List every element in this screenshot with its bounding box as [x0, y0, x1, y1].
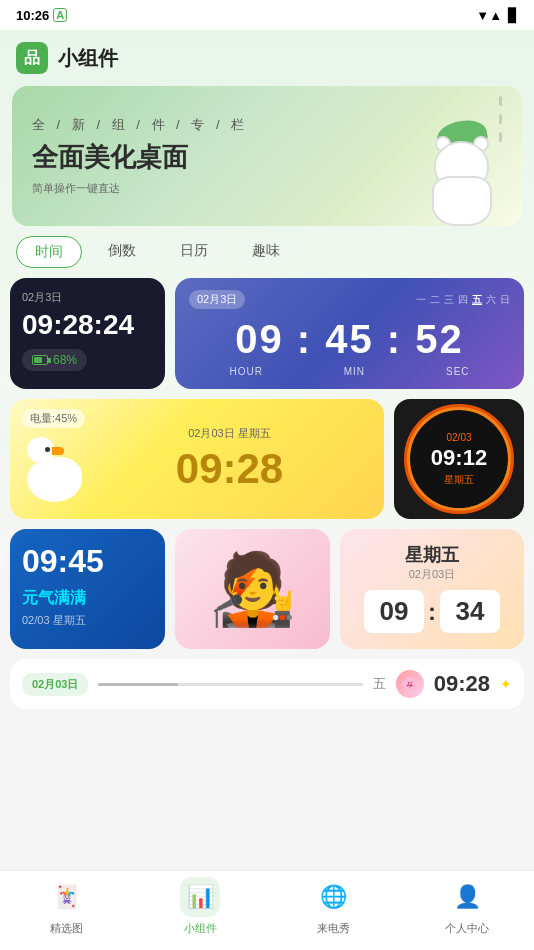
- blue-date-badge: 02月3日: [189, 290, 245, 309]
- battery-icon-small: [32, 355, 48, 365]
- banner[interactable]: 全 / 新 / 组 / 件 / 专 / 栏 全面美化桌面 简单操作一键直达: [12, 86, 522, 226]
- nav-label-featured: 精选图: [50, 921, 83, 936]
- yellow-right: 02月03日 星期五 09:28: [87, 426, 372, 493]
- weekdays-row: 一 二 三 四 五 六 日: [416, 293, 510, 307]
- card-day: 星期五: [354, 543, 510, 567]
- nav-label-profile: 个人中心: [445, 921, 489, 936]
- widget-blue-small[interactable]: 09:45 元气满满 02/03 星期五: [10, 529, 165, 649]
- round-clock-ring: [407, 407, 511, 511]
- strip-star: ✦: [500, 676, 512, 692]
- banner-bear: [412, 106, 512, 226]
- status-right: ▼▲ ▊: [476, 8, 518, 23]
- wd-wed: 三: [444, 293, 454, 307]
- wd-fri: 五: [472, 293, 482, 307]
- wd-thu: 四: [458, 293, 468, 307]
- duck-body: [27, 457, 82, 502]
- card-hour-box: 09: [364, 590, 424, 633]
- label-sec: SEC: [446, 366, 470, 377]
- nav-item-widgets[interactable]: 📊 小组件: [134, 877, 268, 936]
- yellow-time: 09:28: [176, 445, 283, 493]
- blue-small-date: 02/03 星期五: [22, 613, 153, 628]
- widget-blue-clock[interactable]: 02月3日 一 二 三 四 五 六 日 09 : 45 : 52 HOUR MI…: [175, 278, 524, 389]
- dark-battery-badge: 68%: [22, 349, 87, 371]
- nav-item-featured[interactable]: 🃏 精选图: [0, 877, 134, 936]
- wd-sat: 六: [486, 293, 496, 307]
- card-colon: :: [428, 598, 436, 626]
- wifi-icon: ▼▲: [476, 8, 502, 23]
- nav-icon-profile: 👤: [447, 877, 487, 917]
- widgets-scroll[interactable]: 02月3日 09:28:24 68% 02月3日 一 二: [0, 278, 534, 870]
- tab-calendar[interactable]: 日历: [162, 236, 226, 268]
- blue-small-time: 09:45: [22, 543, 153, 580]
- duck-beak: [52, 447, 64, 455]
- duck-figure: [22, 432, 87, 502]
- sticker-emoji: 🧑‍🎤: [193, 529, 313, 649]
- widget-row-2: 电量:45% 02月03日 星期五 09:28 02/03: [10, 399, 524, 519]
- label-hour: HOUR: [229, 366, 262, 377]
- blue-digital-time: 09 : 45 : 52: [189, 317, 510, 362]
- battery-tip: [48, 358, 51, 363]
- duck-eye: [45, 447, 50, 452]
- header: 品 小组件: [0, 30, 534, 82]
- status-time: 10:26: [16, 8, 49, 23]
- label-min: MIN: [344, 366, 365, 377]
- wd-mon: 一: [416, 293, 426, 307]
- widget-round-clock[interactable]: 02/03 09:12 星期五: [394, 399, 524, 519]
- nav-label-showcase: 来电秀: [317, 921, 350, 936]
- nav-item-showcase[interactable]: 🌐 来电秀: [267, 877, 401, 936]
- tab-countdown[interactable]: 倒数: [90, 236, 154, 268]
- tab-bar: 时间 倒数 日历 趣味: [0, 236, 534, 268]
- card-date: 02月03日: [354, 567, 510, 582]
- status-a-icon: A: [53, 8, 67, 22]
- bear-body: [427, 136, 497, 226]
- header-title: 小组件: [58, 45, 118, 72]
- strip-date-badge: 02月03日: [22, 673, 88, 696]
- tab-fun[interactable]: 趣味: [234, 236, 298, 268]
- status-left: 10:26 A: [16, 8, 67, 23]
- widget-row-4: 02月03日 五 🌸 09:28 ✦: [10, 659, 524, 709]
- nav-label-widgets: 小组件: [184, 921, 217, 936]
- battery-label: 电量:45%: [22, 409, 85, 428]
- strip-circle: 🌸: [396, 670, 424, 698]
- blue-time-labels: HOUR MIN SEC: [189, 366, 510, 377]
- card-time-row: 09 : 34: [354, 590, 510, 633]
- blue-clock-header: 02月3日 一 二 三 四 五 六 日: [189, 290, 510, 309]
- battery-percent: 68%: [53, 353, 77, 367]
- widget-row-1: 02月3日 09:28:24 68% 02月3日 一 二: [10, 278, 524, 389]
- bottom-nav: 🃏 精选图 📊 小组件 🌐 来电秀 👤 个人中心: [0, 870, 534, 950]
- yellow-datetime: 02月03日 星期五: [188, 426, 271, 441]
- strip-line: [98, 683, 362, 686]
- widget-date-strip[interactable]: 02月03日 五 🌸 09:28 ✦: [10, 659, 524, 709]
- app-container: 品 小组件 全 / 新 / 组 / 件 / 专 / 栏 全面美化桌面 简单操作一…: [0, 30, 534, 950]
- widget-row-3: 09:45 元气满满 02/03 星期五 🧑‍🎤 星期五 02月03日 09 :: [10, 529, 524, 649]
- widget-sticker[interactable]: 🧑‍🎤: [175, 529, 330, 649]
- round-clock-inner: 02/03 09:12 星期五: [404, 404, 514, 514]
- widget-dark-clock[interactable]: 02月3日 09:28:24 68%: [10, 278, 165, 389]
- nav-icon-widgets: 📊: [180, 877, 220, 917]
- dark-date: 02月3日: [22, 290, 153, 305]
- wd-sun: 日: [500, 293, 510, 307]
- nav-icon-featured: 🃏: [47, 877, 87, 917]
- wd-tue: 二: [430, 293, 440, 307]
- nav-item-profile[interactable]: 👤 个人中心: [401, 877, 535, 936]
- bear-body-main: [432, 176, 492, 226]
- card-minute-box: 34: [440, 590, 500, 633]
- rain-drops: [499, 96, 502, 142]
- strip-weekday: 五: [373, 675, 386, 693]
- status-bar: 10:26 A ▼▲ ▊: [0, 0, 534, 30]
- header-logo: 品: [16, 42, 48, 74]
- blue-energy: 元气满满: [22, 588, 153, 609]
- strip-time: 09:28: [434, 671, 490, 697]
- battery-icon: ▊: [508, 8, 518, 23]
- dark-time: 09:28:24: [22, 309, 153, 341]
- duck-head: [27, 437, 55, 463]
- widget-yellow-duck[interactable]: 电量:45% 02月03日 星期五 09:28: [10, 399, 384, 519]
- battery-fill: [34, 357, 42, 363]
- nav-icon-showcase: 🌐: [314, 877, 354, 917]
- widget-card-pink[interactable]: 星期五 02月03日 09 : 34: [340, 529, 524, 649]
- tab-time[interactable]: 时间: [16, 236, 82, 268]
